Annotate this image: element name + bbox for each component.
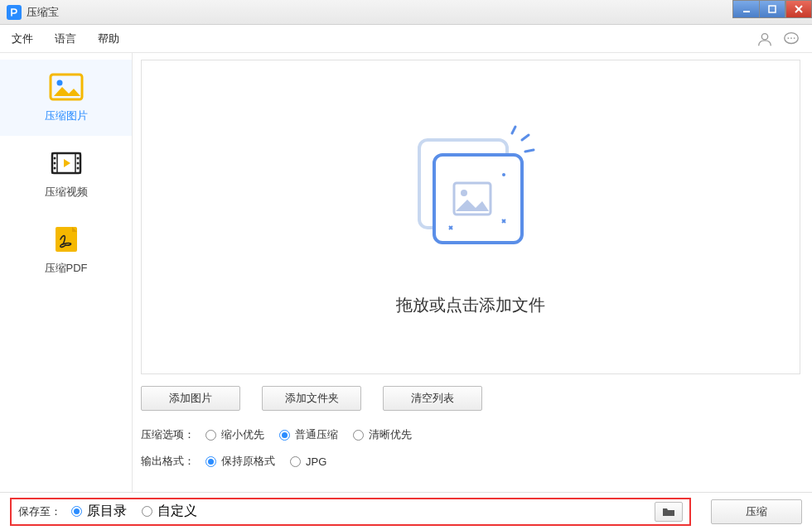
save-location-box: 保存至： 原目录 自定义 (10, 498, 691, 526)
svg-line-24 (525, 150, 534, 152)
svg-point-10 (56, 80, 62, 86)
menu-file[interactable]: 文件 (12, 31, 33, 46)
svg-rect-26 (434, 155, 522, 243)
svg-point-8 (794, 37, 795, 39)
radio-jpg[interactable]: JPG (290, 455, 326, 468)
clear-list-button[interactable]: 清空列表 (383, 386, 482, 411)
feedback-icon[interactable] (782, 30, 800, 48)
video-icon (49, 148, 84, 178)
pdf-icon (49, 224, 84, 254)
radio-original-dir[interactable]: 原目录 (71, 503, 127, 520)
image-icon (49, 72, 84, 102)
drop-area[interactable]: 拖放或点击添加文件 (141, 60, 800, 374)
svg-rect-1 (769, 6, 776, 12)
svg-line-23 (522, 135, 529, 140)
compress-button[interactable]: 压缩 (711, 499, 802, 524)
radio-keep-format[interactable]: 保持原格式 (205, 454, 275, 469)
radio-normal-compress[interactable]: 普通压缩 (279, 427, 338, 442)
menu-help[interactable]: 帮助 (98, 31, 119, 46)
sidebar-item-label: 压缩图片 (45, 108, 88, 123)
svg-marker-20 (64, 159, 70, 167)
app-title: 压缩宝 (27, 5, 59, 20)
close-button[interactable] (785, 0, 812, 18)
footer: 保存至： 原目录 自定义 压缩 (0, 492, 812, 530)
menu-language[interactable]: 语言 (55, 31, 76, 46)
maximize-button[interactable] (759, 0, 785, 18)
svg-point-6 (787, 37, 789, 39)
drop-illustration (396, 118, 545, 271)
radio-shrink-priority[interactable]: 缩小优先 (205, 427, 264, 442)
menu-bar: 文件 语言 帮助 (0, 25, 812, 53)
sidebar: 压缩图片 压缩视频 压缩PDF (0, 53, 133, 492)
save-label: 保存至： (18, 504, 61, 519)
sidebar-item-compress-pdf[interactable]: 压缩PDF (0, 212, 132, 288)
format-option-row: 输出格式： 保持原格式 JPG (141, 454, 812, 469)
svg-point-28 (461, 190, 467, 196)
radio-clarity-priority[interactable]: 清晰优先 (353, 427, 412, 442)
window-controls (732, 0, 812, 24)
folder-icon (662, 506, 675, 518)
format-option-label: 输出格式： (141, 454, 205, 469)
add-folder-button[interactable]: 添加文件夹 (262, 386, 361, 411)
controls-panel: 添加图片 添加文件夹 清空列表 压缩选项： 缩小优先 普通压缩 清晰优先 输出格… (133, 381, 812, 492)
drop-prompt: 拖放或点击添加文件 (396, 294, 545, 316)
title-bar: 压缩宝 (0, 0, 812, 25)
compress-option-row: 压缩选项： 缩小优先 普通压缩 清晰优先 (141, 427, 812, 442)
sidebar-item-compress-video[interactable]: 压缩视频 (0, 136, 132, 212)
user-icon[interactable] (756, 30, 774, 48)
svg-point-7 (790, 37, 792, 39)
radio-custom-dir[interactable]: 自定义 (142, 503, 197, 520)
svg-point-29 (502, 173, 505, 176)
sidebar-item-compress-image[interactable]: 压缩图片 (0, 60, 132, 136)
sidebar-item-label: 压缩视频 (45, 185, 88, 200)
svg-point-4 (761, 33, 767, 39)
minimize-button[interactable] (732, 0, 759, 18)
app-icon (7, 5, 22, 20)
add-image-button[interactable]: 添加图片 (141, 386, 240, 411)
svg-line-22 (512, 127, 515, 133)
compress-option-label: 压缩选项： (141, 427, 205, 442)
browse-folder-button[interactable] (655, 502, 683, 522)
sidebar-item-label: 压缩PDF (45, 261, 88, 276)
